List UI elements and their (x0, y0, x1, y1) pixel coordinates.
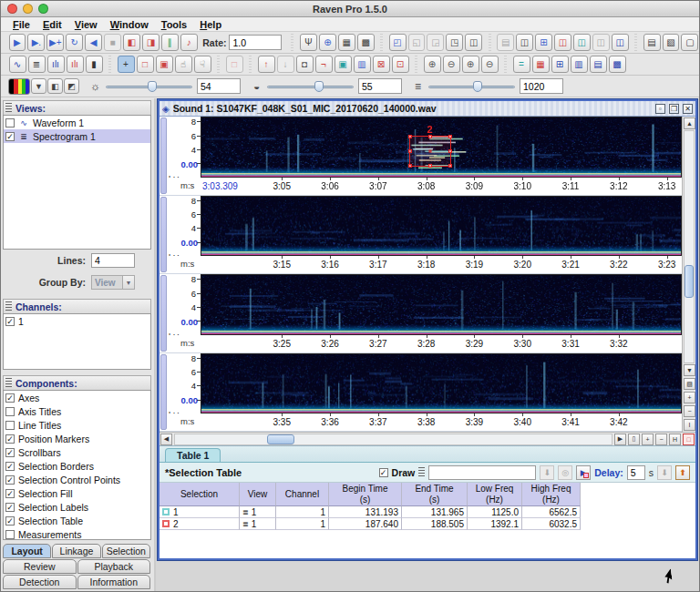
save-copy-button[interactable]: ◫ (465, 34, 482, 51)
table-row[interactable]: 1≣11131.193131.9651125.06562.5 (160, 506, 695, 518)
zoom-in-time-axis-button[interactable]: + (642, 434, 654, 445)
window-preset-alt-button[interactable]: ▩ (357, 34, 375, 51)
component-scrollbars[interactable]: ✓Scrollbars (4, 445, 150, 459)
copy-selection-button[interactable]: ▥ (354, 56, 371, 73)
zoom-selection-all-button[interactable]: ⊡ (392, 56, 409, 73)
spectrogram-canvas[interactable] (201, 354, 681, 413)
fit-time-axis-button[interactable]: H (669, 434, 681, 445)
hscroll-track[interactable] (174, 434, 612, 445)
view-selection-button[interactable] (160, 197, 167, 273)
spectrogram-canvas-area[interactable] (201, 353, 682, 414)
component-measurements[interactable]: Measurements (4, 527, 150, 540)
menu-window[interactable]: Window (104, 19, 155, 30)
commit-selection-button[interactable]: ↑ (258, 56, 275, 73)
components-panel-header[interactable]: Components: (3, 375, 151, 390)
checkbox[interactable]: ✓ (5, 317, 15, 326)
checkbox[interactable] (5, 118, 15, 128)
zoom-selection-button[interactable]: ⊠ (373, 56, 390, 73)
sound-window-titlebar[interactable]: ◈ Sound 1: S1047KF_048K_S01_MIC_20170620… (160, 101, 695, 117)
cascade-windows-button[interactable]: ▩ (609, 56, 626, 73)
page-view-button[interactable]: ▯ (628, 434, 640, 445)
page-setup-button[interactable]: ▢ (681, 34, 698, 51)
zoom-out-freq-button[interactable]: ⊖ (481, 56, 499, 73)
zoom-in-freq-button[interactable]: ⊕ (462, 56, 479, 73)
review-selection-button[interactable]: ▣ (156, 56, 173, 73)
window-preset-button[interactable]: ▦ (338, 34, 355, 51)
zoom-out-time-axis-button[interactable]: − (655, 434, 667, 445)
selection-control-point[interactable] (448, 164, 452, 168)
maximize-frame-button[interactable]: ❒ (669, 104, 679, 114)
checkbox[interactable]: ✓ (5, 393, 15, 403)
page-back-button[interactable]: ◧ (123, 34, 140, 51)
spectrogram-canvas[interactable] (201, 197, 681, 256)
save-as-button[interactable]: ◳ (446, 34, 463, 51)
selection-box[interactable] (409, 136, 451, 167)
save-selections-button[interactable]: ◫ (554, 34, 571, 51)
view-selection-button[interactable] (160, 354, 167, 431)
rate-input[interactable] (229, 35, 282, 50)
checkbox[interactable]: ✓ (5, 462, 15, 471)
play-button[interactable]: ▶ (9, 34, 26, 51)
smoothing-value-field[interactable] (520, 78, 563, 94)
view-selection-button[interactable] (160, 117, 167, 194)
tab-review[interactable]: Review (3, 559, 77, 574)
vscroll-track[interactable] (684, 130, 695, 363)
lines-input[interactable] (91, 253, 135, 268)
view-selection-button[interactable] (160, 275, 167, 352)
checkbox[interactable]: ✓ (5, 448, 15, 457)
point-tool-button[interactable]: ☝ (175, 56, 192, 73)
promote-table-button[interactable]: ⬆ (675, 465, 690, 480)
close-frame-button[interactable]: ✕ (683, 104, 693, 114)
tab-layout[interactable]: Layout (3, 544, 51, 558)
grid-button[interactable]: ▦ (532, 56, 550, 73)
grab-tool-button[interactable]: ☟ (194, 56, 211, 73)
contrast-value-field[interactable] (358, 78, 402, 94)
record-button[interactable]: Ψ (300, 34, 317, 51)
split-selection-button[interactable]: ▣ (335, 56, 352, 73)
scroll-down-button[interactable]: ▼ (684, 364, 695, 376)
page-forward-button[interactable]: ◨ (142, 34, 160, 51)
menu-tools[interactable]: Tools (155, 19, 194, 30)
play-selection-button[interactable]: ▶. (27, 34, 45, 51)
waveform-view-button[interactable]: ∿ (9, 56, 26, 73)
column-header[interactable]: End Time(s) (402, 483, 468, 506)
play-append-button[interactable]: ▶+ (46, 34, 64, 51)
menu-view[interactable]: View (68, 19, 104, 30)
brightness-value-field[interactable] (197, 78, 241, 94)
iconify-frame-button[interactable]: ▫ (655, 104, 665, 114)
menu-edit[interactable]: Edit (36, 19, 68, 30)
lock-selection-button[interactable]: ◘ (296, 56, 314, 73)
invert-colors-button[interactable]: ◧ (47, 78, 63, 94)
hscroll-thumb[interactable] (267, 434, 294, 444)
spectrogram-view-button[interactable]: ≣ (28, 56, 46, 73)
menu-help[interactable]: Help (193, 19, 228, 30)
component-line-titles[interactable]: Line Titles (4, 418, 150, 432)
component-selection-borders[interactable]: ✓Selection Borders (4, 459, 150, 473)
selection-spectrum-button[interactable]: ılı (67, 56, 84, 73)
save-table-button[interactable]: ◫ (516, 34, 533, 51)
scroll-left-button[interactable]: ◀ (160, 434, 172, 445)
column-header[interactable]: Selection (160, 483, 240, 506)
column-header[interactable]: Channel (276, 483, 329, 506)
print-preview-button[interactable]: ▧ (663, 34, 680, 51)
checkbox[interactable] (5, 530, 15, 539)
snapshot-button[interactable]: ▨ (684, 378, 695, 390)
channels-panel-header[interactable]: Channels: (3, 299, 151, 313)
column-header[interactable]: View (240, 483, 276, 506)
views-panel-header[interactable]: Views: (3, 100, 151, 115)
tab-linkage[interactable]: Linkage (52, 544, 100, 558)
smoothing-slider[interactable] (428, 79, 515, 94)
open-file-button[interactable]: ◰ (389, 34, 407, 51)
colormap-swatch-button[interactable] (8, 78, 30, 95)
save-selections-as-button[interactable]: ◫ (573, 34, 591, 51)
table-row[interactable]: 2≣11187.640188.5051392.16032.5 (160, 518, 695, 530)
checkbox[interactable]: ✓ (5, 475, 15, 485)
column-header[interactable]: Low Freq(Hz) (468, 483, 522, 506)
clear-active-button[interactable]: ¬ (315, 56, 333, 73)
tile-columns-button[interactable]: ▥ (571, 56, 588, 73)
table-filter-input[interactable] (428, 465, 536, 480)
component-position-markers[interactable]: ✓Position Markers (4, 432, 150, 445)
position-marker-button[interactable]: = (513, 56, 530, 73)
groupby-select[interactable]: View ▼ (91, 275, 135, 290)
checkbox[interactable]: ✓ (5, 489, 15, 498)
